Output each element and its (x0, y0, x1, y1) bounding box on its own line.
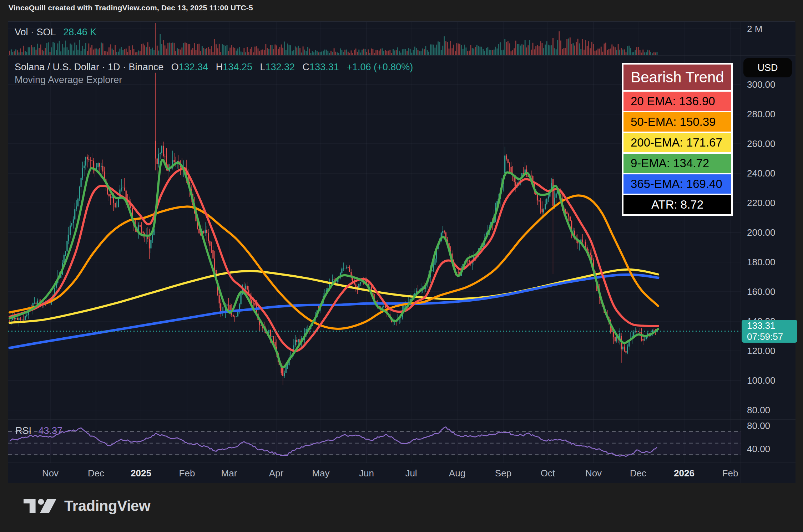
price-axis-label: 260.00 (747, 139, 776, 148)
price-axis-label: 100.00 (747, 376, 776, 385)
time-axis-label: Nov (42, 469, 59, 478)
trend-legend: Bearish Trend 20 EMA: 136.9050-EMA: 150.… (622, 63, 733, 216)
time-axis-label: Jun (359, 469, 374, 478)
low-label: L (260, 62, 265, 72)
rsi-pane-title[interactable]: RSI 43.37 (15, 425, 62, 436)
last-price: 133.31 (747, 320, 797, 331)
rsi-axis-label: 40.00 (747, 444, 770, 454)
price-axis-label: 240.00 (747, 169, 776, 178)
time-axis-label: Dec (630, 469, 646, 478)
symbol-title[interactable]: Solana / U.S. Dollar · 1D · Binance (15, 62, 163, 72)
legend-row: 9-EMA: 134.72 (623, 154, 731, 173)
price-axis-label: 120.00 (747, 346, 776, 355)
close-label: C (303, 62, 310, 72)
legend-row: 50-EMA: 150.39 (623, 112, 731, 132)
bar-countdown: 07:59:57 (747, 331, 797, 342)
legend-row: 20 EMA: 136.90 (623, 92, 731, 111)
rsi-label: RSI (15, 425, 31, 436)
time-axis-label: Apr (269, 469, 283, 478)
time-axis-label: 2026 (674, 469, 695, 478)
time-axis-label: Dec (88, 469, 104, 478)
volume-symbol: SOL (37, 27, 56, 37)
trend-status: Bearish Trend (623, 65, 731, 90)
currency-toggle-button[interactable]: USD (743, 58, 792, 77)
close-value: 133.31 (309, 62, 339, 72)
volume-label: Vol (15, 27, 28, 37)
rsi-axis-label: 80.00 (747, 421, 770, 430)
change-value: +1.06 (+0.80%) (347, 62, 413, 72)
price-axis-label: 280.00 (747, 109, 776, 119)
time-axis-label: Sep (495, 469, 511, 478)
tradingview-published-chart: VinceQuill created with TradingView.com,… (0, 0, 803, 532)
price-axis-label: 160.00 (747, 287, 776, 296)
legend-row: ATR: 8.72 (623, 195, 731, 214)
footer: TradingView (0, 483, 803, 532)
high-value: 134.25 (223, 62, 252, 72)
open-label: O (171, 62, 179, 72)
time-axis-label: Feb (179, 469, 195, 478)
tradingview-logo-icon (24, 498, 56, 513)
chart-area[interactable]: Vol · SOL 28.46 K Solana / U.S. Dollar ·… (8, 21, 795, 483)
volume-value: 28.46 K (63, 27, 96, 37)
symbol-title-row[interactable]: Solana / U.S. Dollar · 1D · Binance O132… (15, 62, 413, 73)
price-axis-label: 180.00 (747, 257, 776, 267)
chart-byline: VinceQuill created with TradingView.com,… (9, 4, 253, 12)
volume-axis-label: 2 M (747, 24, 762, 34)
time-axis-label: Nov (585, 469, 602, 478)
last-price-badge: 133.31 07:59:57 (742, 320, 797, 343)
indicator-title[interactable]: Moving Average Explorer (15, 75, 122, 86)
price-axis-label: 220.00 (747, 198, 776, 208)
volume-pane-title: Vol · SOL 28.46 K (15, 27, 96, 38)
time-axis-label: Jul (405, 469, 417, 478)
price-axis-label: 200.00 (747, 228, 776, 237)
time-axis-label: Mar (221, 469, 237, 478)
time-axis-label: Feb (722, 469, 738, 478)
open-value: 132.34 (179, 62, 208, 72)
rsi-value: 43.37 (39, 425, 63, 436)
legend-row: 200-EMA: 171.67 (623, 133, 731, 152)
price-axis-label: 80.00 (747, 405, 770, 415)
separator: · (31, 27, 34, 37)
time-axis-label: 2025 (131, 469, 151, 478)
high-label: H (216, 62, 223, 72)
time-axis-label: Oct (541, 469, 555, 478)
tradingview-logo[interactable]: TradingView (24, 497, 150, 515)
time-axis-label: May (312, 469, 329, 478)
low-value: 132.32 (265, 62, 295, 72)
tradingview-logo-text: TradingView (64, 497, 150, 515)
price-axis-label: 300.00 (747, 80, 776, 89)
legend-row: 365-EMA: 169.40 (623, 174, 731, 194)
time-axis-label: Aug (449, 469, 465, 478)
